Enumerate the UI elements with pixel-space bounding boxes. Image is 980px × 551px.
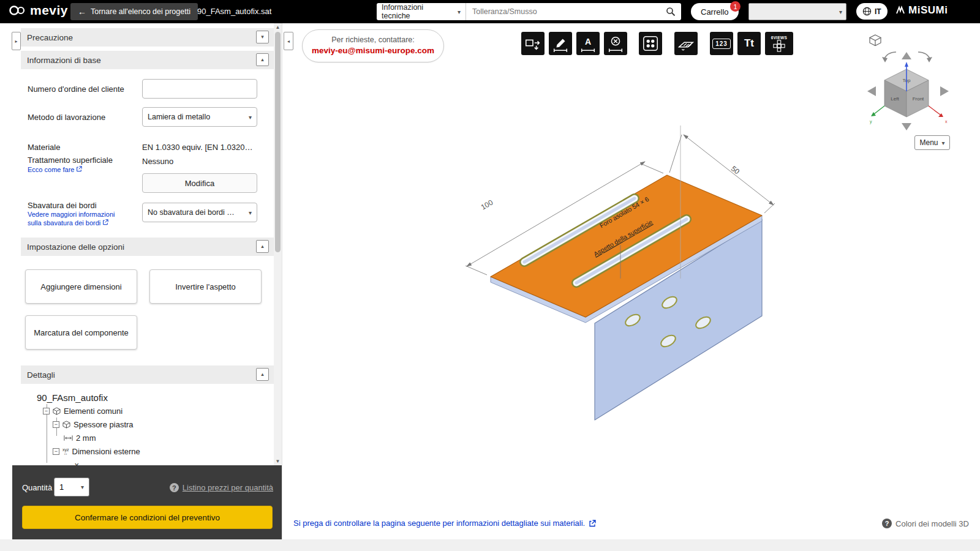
details-toggle-button[interactable]: [256, 368, 269, 381]
tree-node-x-label: x: [75, 460, 79, 465]
material-value: EN 1.0330 equiv. [EN 1.0320…: [142, 143, 252, 152]
rotate-left-icon[interactable]: [882, 52, 896, 62]
contact-line: Per richieste, contattare:: [303, 36, 443, 44]
external-link-icon: [589, 520, 596, 527]
quantity-value: 1: [59, 482, 64, 492]
contact-bubble: Per richieste, contattare: meviy-eu@misu…: [302, 29, 444, 62]
rotate-left-arrow[interactable]: [867, 86, 876, 96]
tree-node-common[interactable]: Elementi comuni: [43, 407, 123, 416]
how-to-link[interactable]: Ecco come fare: [28, 166, 82, 173]
dimension-text-size-button[interactable]: A: [576, 32, 600, 55]
numbering-button[interactable]: 123: [710, 32, 733, 55]
cart-count-badge: 1: [730, 1, 741, 12]
cube-icon: [53, 407, 61, 415]
deburr-info-link-line1[interactable]: Vedere maggiori informazioni: [28, 211, 115, 218]
search-icon[interactable]: [666, 7, 676, 17]
tilt-down-arrow[interactable]: [902, 123, 911, 130]
tech-info-select-value: Informazioni tecniche: [382, 3, 454, 20]
model-colors-link[interactable]: ? Colori dei modelli 3D: [882, 519, 969, 528]
tree-node-x[interactable]: x: [75, 460, 79, 465]
scroll-up-arrow[interactable]: ▲: [274, 23, 282, 31]
tree-collapse-icon[interactable]: [43, 408, 50, 414]
view-menu-label: Menu: [919, 138, 938, 147]
language-label: IT: [875, 7, 881, 16]
dimension-delete-button[interactable]: [604, 32, 627, 55]
iso-view-icon[interactable]: [870, 35, 881, 46]
precaution-toggle-button[interactable]: [256, 31, 269, 43]
order-number-input[interactable]: [142, 79, 257, 99]
meviy-logo[interactable]: meviy: [9, 3, 68, 18]
language-switch[interactable]: IT: [856, 3, 888, 20]
tree-node-dimensions-label: Dimensioni esterne: [72, 447, 140, 456]
back-to-projects-button[interactable]: Tornare all'elenco dei progetti: [70, 3, 198, 20]
tree-root-label[interactable]: 90_FAsm_autofix: [37, 392, 108, 403]
confirm-quote-button[interactable]: Confermare le condizioni del preventivo: [22, 506, 273, 529]
bottom-strip: [0, 539, 980, 551]
rotate-right-arrow[interactable]: [940, 86, 949, 96]
tree-node-dimensions[interactable]: xyz↔ Dimensioni esterne: [53, 447, 140, 456]
panel-expand-button[interactable]: [12, 32, 21, 50]
hole-table-button[interactable]: [639, 32, 662, 55]
how-to-link-label: Ecco come fare: [28, 166, 74, 173]
section-details-label: Dettagli: [27, 370, 55, 380]
deburr-select[interactable]: No sbavatura dei bordi …: [142, 203, 257, 222]
axis-x-label: x: [945, 119, 948, 124]
tree-collapse-icon[interactable]: [53, 448, 59, 455]
text-tool-button[interactable]: Tt: [737, 32, 761, 55]
section-precaution[interactable]: Precauzione: [21, 28, 274, 47]
sidebar-scrollbar[interactable]: ▲ ▼: [274, 23, 282, 465]
section-basic-info[interactable]: Informazioni di base: [21, 51, 274, 69]
section-details[interactable]: Dettagli: [21, 365, 274, 384]
part-marking-button[interactable]: Marcatura del componente: [25, 315, 137, 350]
sidebar-rail: [0, 23, 21, 539]
invert-aspect-button[interactable]: Invertire l'aspetto: [149, 269, 262, 304]
tech-info-select[interactable]: Informazioni tecniche: [377, 3, 466, 20]
tree-collapse-icon[interactable]: [53, 421, 59, 428]
dimension-edit-button[interactable]: [549, 32, 572, 55]
six-views-button[interactable]: 6VIEWS: [765, 32, 793, 55]
tree-node-thickness-value[interactable]: 2 mm: [64, 433, 96, 443]
quantity-label: Quantità: [22, 483, 52, 492]
section-options[interactable]: Impostazione delle opzioni: [21, 238, 274, 256]
scrollbar-thumb[interactable]: [275, 32, 281, 252]
quantity-select[interactable]: 1: [54, 478, 89, 497]
search-input[interactable]: [466, 7, 666, 16]
basic-info-toggle-button[interactable]: [256, 53, 269, 66]
materials-info-link[interactable]: Si prega di controllare la pagina seguen…: [293, 519, 596, 528]
main-area: Per richieste, contattare: meviy-eu@misu…: [282, 23, 980, 539]
surface-treatment-button[interactable]: [674, 32, 698, 55]
dimension-move-button[interactable]: [521, 32, 545, 55]
six-views-label: 6VIEWS: [771, 36, 787, 40]
numbering-label: 123: [712, 39, 731, 49]
meviy-logo-text: meviy: [30, 3, 68, 18]
xyz-dimensions-icon: xyz↔: [62, 448, 69, 455]
price-list-link[interactable]: ? Listino prezzi per quantità: [170, 483, 273, 492]
misumi-logo-text: MiSUMi: [908, 4, 948, 17]
tree-node-thickness-label: Spessore piastra: [74, 420, 134, 429]
project-select[interactable]: [748, 3, 846, 20]
contact-email[interactable]: meviy-eu@misumi-europe.com: [303, 46, 443, 55]
tilt-up-arrow[interactable]: [902, 52, 911, 59]
cube-face-front-label[interactable]: Front: [913, 96, 924, 102]
tree-node-common-label: Elementi comuni: [64, 407, 123, 416]
order-number-label: Numero d'ordine del cliente: [28, 84, 124, 94]
help-icon: ?: [882, 519, 892, 528]
dim-width-label: 50: [729, 164, 741, 176]
tree-node-thickness[interactable]: Spessore piastra: [53, 420, 134, 429]
view-menu-button[interactable]: Menu: [914, 135, 950, 150]
modify-button[interactable]: Modifica: [142, 173, 257, 193]
text-tool-label: Tt: [744, 37, 754, 50]
view-cube-widget[interactable]: Top Left Front y x: [867, 32, 965, 137]
rotate-right-icon[interactable]: [918, 52, 932, 62]
dim-length-label: 100: [480, 198, 495, 211]
add-dimensions-button[interactable]: Aggiungere dimensioni: [25, 269, 137, 304]
machining-method-select[interactable]: Lamiera di metallo: [142, 107, 257, 127]
view-cube[interactable]: Top Left Front y x: [870, 62, 948, 124]
scroll-down-arrow[interactable]: ▼: [274, 457, 282, 465]
machining-method-label: Metodo di lavorazione: [28, 113, 105, 122]
deburr-info-link-line2[interactable]: sulla sbavatura dei bordi: [28, 219, 108, 227]
panel-collapse-button[interactable]: [284, 32, 293, 50]
back-arrow-icon: [78, 7, 86, 17]
cube-face-left-label[interactable]: Left: [891, 96, 899, 102]
options-toggle-button[interactable]: [256, 240, 269, 253]
